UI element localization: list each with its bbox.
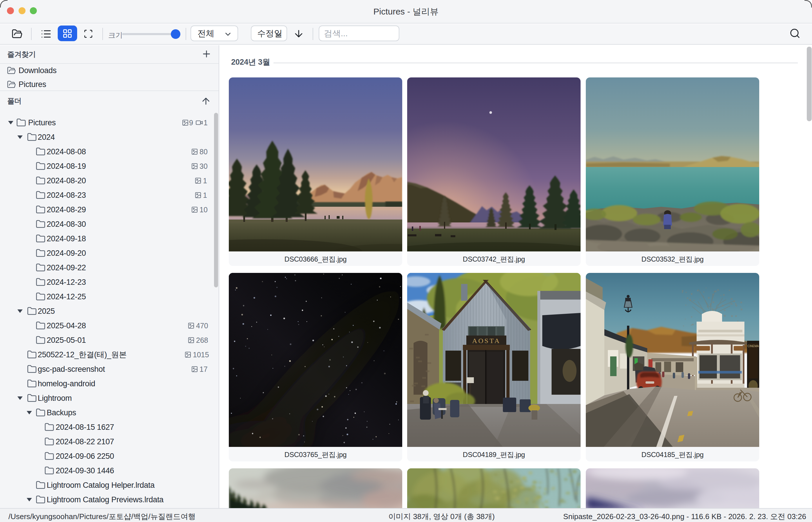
svg-text:AOSTA: AOSTA [472, 337, 501, 344]
svg-text:CINEMA: CINEMA [748, 344, 759, 348]
